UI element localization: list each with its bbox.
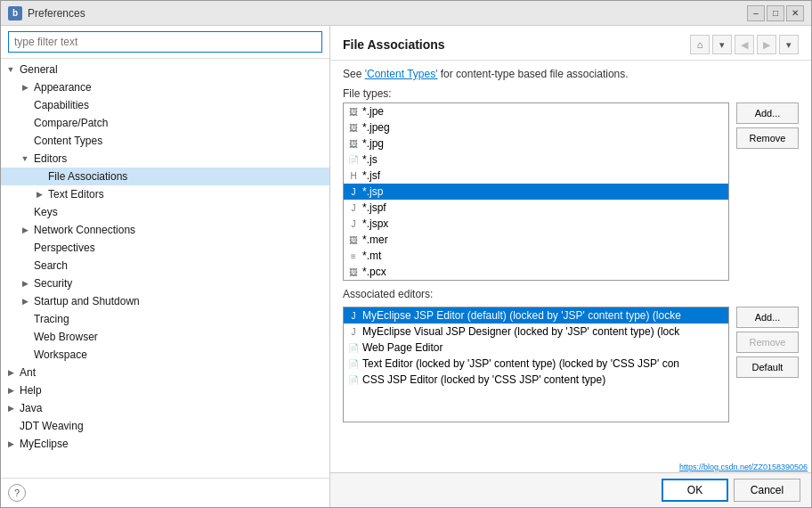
file-type-jsp-label: *.jsp — [362, 185, 383, 198]
file-type-pcx[interactable]: 🖼 *.pcx — [344, 264, 728, 280]
tree-item-appearance[interactable]: ▶ Appearance — [1, 78, 329, 96]
tree-label-startup-shutdown: Startup and Shutdown — [31, 294, 142, 308]
editor-text-label: Text Editor (locked by 'JSP' content typ… — [362, 357, 679, 370]
file-type-js[interactable]: 📄 *.js — [344, 152, 728, 168]
file-type-jpg[interactable]: 🖼 *.jpg — [344, 135, 728, 152]
file-type-mt[interactable]: ≡ *.mt — [344, 248, 728, 264]
tree-item-search[interactable]: Search — [1, 257, 329, 274]
tree-item-network-connections[interactable]: ▶ Network Connections — [1, 221, 329, 239]
watermark[interactable]: https://blog.csdn.net/ZZ0158390506 — [330, 462, 811, 472]
tree-item-perspectives[interactable]: Perspectives — [1, 239, 329, 257]
tree-arrow-editors: ▼ — [19, 152, 31, 165]
file-type-jpg-label: *.jpg — [362, 137, 384, 150]
tree-item-keys[interactable]: Keys — [1, 203, 329, 221]
file-icon-js: 📄 — [347, 153, 360, 166]
tree-label-java: Java — [17, 401, 45, 415]
associated-editors-list[interactable]: J MyEclipse JSP Editor (default) (locked… — [343, 307, 729, 422]
tree-label-network-connections: Network Connections — [31, 223, 138, 237]
tree-arrow-appearance: ▶ — [19, 81, 31, 94]
editor-myeclipse-visual-jsp[interactable]: J MyEclipse Visual JSP Designer (locked … — [344, 324, 728, 340]
tree-item-text-editors[interactable]: ▶ Text Editors — [1, 185, 329, 203]
tree-item-compare-patch[interactable]: Compare/Patch — [1, 114, 329, 132]
file-types-add-button[interactable]: Add... — [736, 102, 799, 124]
file-type-jspf-label: *.jspf — [362, 201, 386, 214]
tree-item-editors[interactable]: ▼ Editors — [1, 150, 329, 168]
tree-arrow-text-editors: ▶ — [33, 188, 45, 201]
tree-arrow-ant: ▶ — [4, 366, 17, 379]
file-type-jsf-label: *.jsf — [362, 169, 380, 182]
tree-item-security[interactable]: ▶ Security — [1, 274, 329, 292]
file-icon-jpe: 🖼 — [347, 105, 360, 118]
tree-item-capabilities[interactable]: Capabilities — [1, 96, 329, 114]
file-types-list[interactable]: 🖼 *.jpe 🖼 *.jpeg 🖼 *.jpg — [343, 102, 729, 281]
editor-myeclipse-jsp[interactable]: J MyEclipse JSP Editor (default) (locked… — [344, 307, 728, 324]
tree-item-file-associations[interactable]: File Associations — [1, 168, 329, 185]
file-types-section: File types: 🖼 *.jpe 🖼 *.jpeg — [343, 87, 799, 281]
file-type-mer[interactable]: 🖼 *.mer — [344, 232, 728, 248]
tree-label-ant: Ant — [17, 365, 38, 380]
right-panel: File Associations ⌂ ▾ ◀ ▶ ▾ See 'Content… — [330, 26, 811, 507]
file-type-pcx-label: *.pcx — [362, 266, 386, 278]
left-bottom-bar: ? — [1, 478, 329, 507]
ok-button[interactable]: OK — [662, 479, 728, 502]
tree-item-web-browser[interactable]: Web Browser — [1, 328, 329, 346]
file-type-jspx-label: *.jspx — [362, 217, 388, 230]
info-text-suffix: for content-type based file associations… — [437, 68, 628, 80]
bottom-section: https://blog.csdn.net/ZZ0158390506 OK Ca… — [330, 462, 811, 507]
nav-dropdown-button[interactable]: ▾ — [712, 35, 732, 54]
tree-item-startup-shutdown[interactable]: ▶ Startup and Shutdown — [1, 292, 329, 310]
assoc-remove-button[interactable]: Remove — [736, 332, 799, 353]
preferences-window: b Preferences – □ ✕ ▼ General — [0, 0, 812, 508]
nav-home-button[interactable]: ⌂ — [690, 35, 710, 54]
tree-label-perspectives: Perspectives — [31, 241, 98, 255]
tree-item-myeclipse[interactable]: ▶ MyEclipse — [1, 435, 329, 453]
editor-icon-myeclipse-jsp: J — [347, 309, 360, 322]
nav-menu-button[interactable]: ▾ — [779, 35, 799, 54]
tree-item-help[interactable]: ▶ Help — [1, 381, 329, 399]
content-types-link[interactable]: 'Content Types' — [365, 68, 438, 80]
editor-text[interactable]: 📄 Text Editor (locked by 'JSP' content t… — [344, 356, 728, 372]
tree-label-capabilities: Capabilities — [31, 98, 92, 112]
tree-item-tracing[interactable]: Tracing — [1, 310, 329, 328]
tree-item-content-types[interactable]: Content Types — [1, 132, 329, 150]
file-types-area: 🖼 *.jpe 🖼 *.jpeg 🖼 *.jpg — [343, 102, 799, 281]
minimize-button[interactable]: – — [747, 5, 765, 21]
tree-item-jdt-weaving[interactable]: ▶ JDT Weaving — [1, 417, 329, 435]
file-types-remove-button[interactable]: Remove — [736, 127, 799, 149]
right-panel-title: File Associations — [343, 37, 445, 52]
file-type-jpe[interactable]: 🖼 *.jpe — [344, 103, 728, 119]
file-type-jspx[interactable]: J *.jspx — [344, 216, 728, 232]
tree-arrow-general: ▼ — [4, 63, 17, 76]
tree-item-general[interactable]: ▼ General — [1, 61, 329, 78]
editor-icon-visual-jsp: J — [347, 325, 360, 338]
assoc-add-button[interactable]: Add... — [736, 307, 799, 328]
tree-label-security: Security — [31, 276, 75, 291]
tree-item-java[interactable]: ▶ Java — [1, 399, 329, 417]
info-text-prefix: See — [343, 68, 365, 80]
help-button[interactable]: ? — [8, 484, 26, 502]
tree-arrow-help: ▶ — [4, 384, 17, 397]
tree-label-file-associations: File Associations — [45, 169, 130, 184]
cancel-button[interactable]: Cancel — [734, 479, 800, 502]
search-input[interactable] — [8, 31, 322, 53]
tree-item-ant[interactable]: ▶ Ant — [1, 364, 329, 381]
file-type-jpeg[interactable]: 🖼 *.jpeg — [344, 119, 728, 135]
tree-arrow-network: ▶ — [19, 224, 31, 236]
file-type-jsf[interactable]: H *.jsf — [344, 168, 728, 184]
editor-icon-text: 📄 — [347, 357, 360, 370]
file-type-jspf[interactable]: J *.jspf — [344, 200, 728, 216]
nav-forward-button[interactable]: ▶ — [757, 35, 776, 54]
editor-web-page-label: Web Page Editor — [362, 341, 443, 354]
editor-web-page[interactable]: 📄 Web Page Editor — [344, 340, 728, 356]
file-type-jsp[interactable]: J *.jsp — [344, 184, 728, 200]
nav-back-button[interactable]: ◀ — [735, 35, 754, 54]
tree-item-workspace[interactable]: Workspace — [1, 346, 329, 364]
maximize-button[interactable]: □ — [767, 5, 784, 21]
close-button[interactable]: ✕ — [786, 5, 804, 21]
file-icon-jspf: J — [347, 201, 360, 214]
editor-css-jsp[interactable]: 📄 CSS JSP Editor (locked by 'CSS JSP' co… — [344, 372, 728, 388]
associated-editors-buttons: Add... Remove Default — [736, 307, 799, 455]
assoc-default-button[interactable]: Default — [736, 356, 799, 378]
tree-label-workspace: Workspace — [31, 348, 90, 362]
file-icon-jspx: J — [347, 217, 360, 230]
